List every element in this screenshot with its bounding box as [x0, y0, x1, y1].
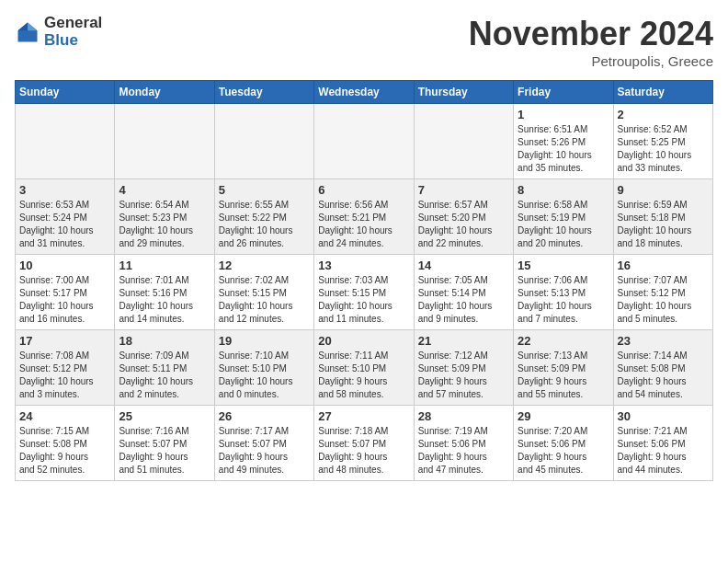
calendar-cell: 12Sunrise: 7:02 AM Sunset: 5:15 PM Dayli… — [214, 255, 313, 330]
day-info: Sunrise: 7:19 AM Sunset: 5:06 PM Dayligh… — [418, 425, 509, 477]
day-number: 30 — [618, 409, 709, 423]
calendar-cell: 4Sunrise: 6:54 AM Sunset: 5:23 PM Daylig… — [115, 179, 214, 255]
calendar-cell: 7Sunrise: 6:57 AM Sunset: 5:20 PM Daylig… — [414, 179, 513, 255]
day-number: 29 — [518, 409, 609, 423]
day-info: Sunrise: 6:53 AM Sunset: 5:24 PM Dayligh… — [19, 199, 110, 250]
day-number: 9 — [618, 183, 709, 197]
day-info: Sunrise: 7:05 AM Sunset: 5:14 PM Dayligh… — [418, 274, 509, 326]
day-number: 3 — [19, 183, 110, 197]
calendar-cell: 16Sunrise: 7:07 AM Sunset: 5:12 PM Dayli… — [613, 255, 712, 330]
calendar-cell: 27Sunrise: 7:18 AM Sunset: 5:07 PM Dayli… — [314, 406, 414, 481]
logo-general: General — [44, 15, 102, 32]
day-number: 26 — [219, 409, 310, 423]
day-info: Sunrise: 7:20 AM Sunset: 5:06 PM Dayligh… — [518, 425, 609, 477]
calendar-week-3: 10Sunrise: 7:00 AM Sunset: 5:17 PM Dayli… — [16, 255, 713, 330]
calendar-cell — [214, 104, 313, 179]
day-info: Sunrise: 7:12 AM Sunset: 5:09 PM Dayligh… — [418, 350, 509, 401]
day-number: 28 — [418, 409, 509, 423]
day-info: Sunrise: 6:56 AM Sunset: 5:21 PM Dayligh… — [318, 199, 409, 250]
calendar-cell — [115, 104, 214, 179]
calendar-header: SundayMondayTuesdayWednesdayThursdayFrid… — [16, 81, 713, 104]
header-row: SundayMondayTuesdayWednesdayThursdayFrid… — [16, 81, 713, 104]
calendar-cell: 23Sunrise: 7:14 AM Sunset: 5:08 PM Dayli… — [613, 330, 712, 406]
day-number: 23 — [618, 334, 709, 348]
calendar-cell: 13Sunrise: 7:03 AM Sunset: 5:15 PM Dayli… — [314, 255, 414, 330]
day-number: 4 — [119, 183, 210, 197]
day-number: 5 — [219, 183, 310, 197]
day-number: 19 — [219, 334, 310, 348]
day-info: Sunrise: 6:51 AM Sunset: 5:26 PM Dayligh… — [518, 123, 609, 175]
calendar-cell — [414, 104, 513, 179]
calendar-cell: 6Sunrise: 6:56 AM Sunset: 5:21 PM Daylig… — [314, 179, 414, 255]
header-day-friday: Friday — [514, 81, 613, 104]
day-number: 12 — [219, 259, 310, 272]
day-info: Sunrise: 6:52 AM Sunset: 5:25 PM Dayligh… — [618, 123, 709, 175]
day-info: Sunrise: 6:55 AM Sunset: 5:22 PM Dayligh… — [219, 199, 310, 250]
header-day-wednesday: Wednesday — [314, 81, 414, 104]
logo-icon — [15, 19, 40, 45]
calendar-cell: 8Sunrise: 6:58 AM Sunset: 5:19 PM Daylig… — [514, 179, 613, 255]
day-info: Sunrise: 7:03 AM Sunset: 5:15 PM Dayligh… — [318, 274, 409, 326]
day-number: 7 — [418, 183, 509, 197]
calendar-cell: 9Sunrise: 6:59 AM Sunset: 5:18 PM Daylig… — [613, 179, 712, 255]
day-info: Sunrise: 7:15 AM Sunset: 5:08 PM Dayligh… — [19, 425, 110, 477]
header-day-tuesday: Tuesday — [214, 81, 313, 104]
calendar-week-4: 17Sunrise: 7:08 AM Sunset: 5:12 PM Dayli… — [16, 330, 713, 406]
day-number: 21 — [418, 334, 509, 348]
svg-marker-1 — [28, 22, 38, 30]
calendar-cell: 2Sunrise: 6:52 AM Sunset: 5:25 PM Daylig… — [613, 104, 712, 179]
day-number: 22 — [518, 334, 609, 348]
logo-text: General Blue — [44, 15, 102, 49]
header-day-saturday: Saturday — [613, 81, 712, 104]
day-info: Sunrise: 6:59 AM Sunset: 5:18 PM Dayligh… — [618, 199, 709, 250]
day-number: 18 — [119, 334, 210, 348]
calendar-cell: 28Sunrise: 7:19 AM Sunset: 5:06 PM Dayli… — [414, 406, 513, 481]
logo-blue: Blue — [44, 32, 102, 50]
day-number: 2 — [618, 108, 709, 121]
page-header: General Blue November 2024 Petroupolis, … — [15, 15, 713, 69]
calendar-cell: 21Sunrise: 7:12 AM Sunset: 5:09 PM Dayli… — [414, 330, 513, 406]
day-number: 11 — [119, 259, 210, 272]
calendar-week-1: 1Sunrise: 6:51 AM Sunset: 5:26 PM Daylig… — [16, 104, 713, 179]
day-number: 17 — [19, 334, 110, 348]
day-number: 16 — [618, 259, 709, 272]
day-number: 24 — [19, 409, 110, 423]
day-info: Sunrise: 7:14 AM Sunset: 5:08 PM Dayligh… — [618, 350, 709, 401]
calendar-cell — [314, 104, 414, 179]
calendar-cell: 14Sunrise: 7:05 AM Sunset: 5:14 PM Dayli… — [414, 255, 513, 330]
day-info: Sunrise: 6:57 AM Sunset: 5:20 PM Dayligh… — [418, 199, 509, 250]
day-info: Sunrise: 7:07 AM Sunset: 5:12 PM Dayligh… — [618, 274, 709, 326]
calendar-table: SundayMondayTuesdayWednesdayThursdayFrid… — [15, 80, 713, 481]
calendar-cell: 29Sunrise: 7:20 AM Sunset: 5:06 PM Dayli… — [514, 406, 613, 481]
header-day-thursday: Thursday — [414, 81, 513, 104]
logo: General Blue — [15, 15, 102, 49]
calendar-cell: 1Sunrise: 6:51 AM Sunset: 5:26 PM Daylig… — [514, 104, 613, 179]
calendar-cell — [16, 104, 115, 179]
calendar-cell: 17Sunrise: 7:08 AM Sunset: 5:12 PM Dayli… — [16, 330, 115, 406]
calendar-cell: 30Sunrise: 7:21 AM Sunset: 5:06 PM Dayli… — [613, 406, 712, 481]
day-number: 25 — [119, 409, 210, 423]
calendar-cell: 19Sunrise: 7:10 AM Sunset: 5:10 PM Dayli… — [214, 330, 313, 406]
day-info: Sunrise: 7:08 AM Sunset: 5:12 PM Dayligh… — [19, 350, 110, 401]
header-day-monday: Monday — [115, 81, 214, 104]
day-info: Sunrise: 6:54 AM Sunset: 5:23 PM Dayligh… — [119, 199, 210, 250]
month-title: November 2024 — [469, 15, 713, 53]
day-info: Sunrise: 7:02 AM Sunset: 5:15 PM Dayligh… — [219, 274, 310, 326]
title-block: November 2024 Petroupolis, Greece — [469, 15, 713, 69]
day-number: 6 — [318, 183, 409, 197]
header-day-sunday: Sunday — [16, 81, 115, 104]
calendar-cell: 18Sunrise: 7:09 AM Sunset: 5:11 PM Dayli… — [115, 330, 214, 406]
calendar-cell: 22Sunrise: 7:13 AM Sunset: 5:09 PM Dayli… — [514, 330, 613, 406]
calendar-cell: 26Sunrise: 7:17 AM Sunset: 5:07 PM Dayli… — [214, 406, 313, 481]
day-info: Sunrise: 7:01 AM Sunset: 5:16 PM Dayligh… — [119, 274, 210, 326]
calendar-cell: 11Sunrise: 7:01 AM Sunset: 5:16 PM Dayli… — [115, 255, 214, 330]
day-number: 1 — [518, 108, 609, 121]
day-info: Sunrise: 7:13 AM Sunset: 5:09 PM Dayligh… — [518, 350, 609, 401]
calendar-cell: 5Sunrise: 6:55 AM Sunset: 5:22 PM Daylig… — [214, 179, 313, 255]
day-info: Sunrise: 7:09 AM Sunset: 5:11 PM Dayligh… — [119, 350, 210, 401]
day-number: 13 — [318, 259, 409, 272]
day-number: 20 — [318, 334, 409, 348]
calendar-cell: 10Sunrise: 7:00 AM Sunset: 5:17 PM Dayli… — [16, 255, 115, 330]
location: Petroupolis, Greece — [469, 53, 713, 69]
day-info: Sunrise: 7:00 AM Sunset: 5:17 PM Dayligh… — [19, 274, 110, 326]
